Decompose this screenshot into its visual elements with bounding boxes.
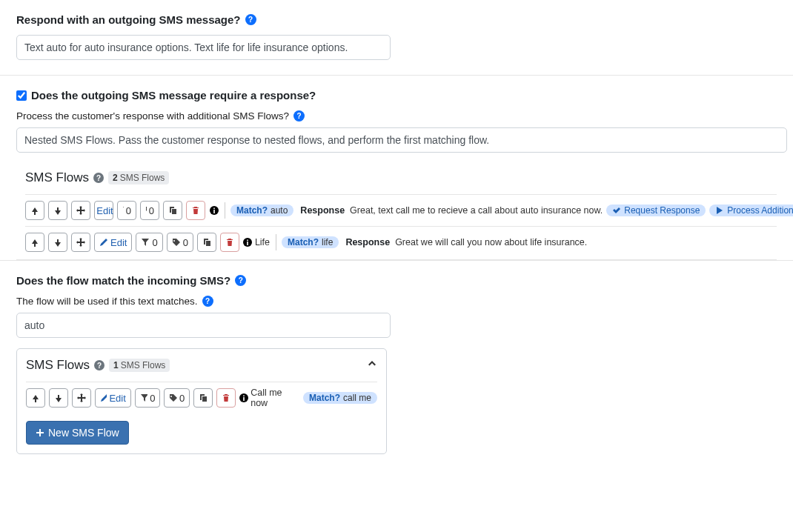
require-response-checkbox[interactable]: [16, 90, 27, 101]
flow-info: [209, 202, 225, 219]
collapse-button[interactable]: [367, 358, 377, 368]
flow-info-label: Life: [255, 237, 270, 247]
flows-count-badge: 1 SMS Flows: [109, 359, 170, 372]
edit-label: Edit: [109, 393, 125, 404]
tag-count: 0: [149, 205, 154, 216]
tag-count: 0: [179, 393, 185, 404]
move-up-button[interactable]: [25, 233, 44, 252]
tag-count: 0: [183, 237, 188, 248]
delete-button[interactable]: [186, 201, 205, 220]
process-subtext-text: Process the customer's response with add…: [16, 110, 289, 122]
require-response-heading-text: Does the outgoing SMS message require a …: [31, 89, 316, 102]
move-button[interactable]: [72, 388, 91, 408]
filter-count: 0: [126, 205, 131, 216]
delete-button[interactable]: [220, 233, 239, 252]
move-button[interactable]: [71, 201, 90, 220]
process-additional-label: Process Additional SMS Flows: [727, 205, 793, 216]
nested-desc-input[interactable]: [16, 127, 787, 153]
process-subtext: Process the customer's response with add…: [16, 110, 777, 122]
move-up-button[interactable]: [25, 201, 44, 220]
flows-count: 1: [113, 360, 119, 370]
move-button[interactable]: [71, 233, 90, 252]
info-icon: [239, 393, 248, 403]
request-response-label: Request Response: [624, 205, 700, 216]
edit-button[interactable]: Edit: [94, 233, 132, 252]
flows-title: SMS Flows: [26, 358, 90, 373]
move-up-button[interactable]: [26, 388, 45, 408]
copy-button[interactable]: [163, 201, 182, 220]
match-section: Does the flow match the incoming SMS? ? …: [0, 261, 793, 469]
flows-count-badge: 2 SMS Flows: [108, 171, 169, 184]
edit-button[interactable]: Edit: [94, 201, 113, 220]
respond-heading: Respond with an outgoing SMS message? ?: [16, 13, 777, 26]
require-response-section: Does the outgoing SMS message require a …: [0, 76, 793, 261]
filter-count: 0: [150, 393, 155, 404]
edit-button[interactable]: Edit: [95, 388, 131, 408]
move-down-button[interactable]: [48, 201, 67, 220]
match-value: life: [322, 237, 333, 247]
help-icon[interactable]: [94, 360, 104, 370]
filter-button[interactable]: 0: [135, 388, 161, 408]
match-subtext: The flow will be used if this text match…: [16, 296, 777, 307]
flows-count-label: SMS Flows: [121, 360, 166, 370]
require-response-heading: Does the outgoing SMS message require a …: [16, 89, 777, 102]
flow-row: Edit 0 0 Call me now Match?call me: [26, 382, 377, 413]
help-icon[interactable]: ?: [235, 275, 246, 286]
new-sms-flow-label: New SMS Flow: [48, 427, 119, 439]
respond-input[interactable]: [16, 35, 391, 60]
match-pill: Match?call me: [303, 392, 377, 404]
match-prefix: Match?: [309, 393, 340, 403]
request-response-pill: Request Response: [606, 205, 706, 216]
response-text: Great, text call me to recieve a call ab…: [350, 205, 603, 216]
filter-count: 0: [152, 237, 157, 248]
flows-panel-bottom: SMS Flows 1 SMS Flows Edit 0 0 Call me n…: [16, 348, 387, 454]
new-sms-flow-button[interactable]: New SMS Flow: [26, 421, 129, 445]
flows-header: SMS Flows 2 SMS Flows: [25, 170, 777, 185]
respond-section: Respond with an outgoing SMS message? ?: [0, 0, 793, 76]
match-heading-text: Does the flow match the incoming SMS?: [16, 274, 230, 287]
match-prefix: Match?: [288, 237, 319, 247]
edit-label: Edit: [110, 237, 127, 248]
flows-count: 2: [113, 173, 118, 183]
help-icon[interactable]: ?: [293, 110, 305, 122]
flow-info: Life: [243, 234, 276, 250]
tag-button[interactable]: 0: [167, 233, 193, 252]
process-additional-pill: Process Additional SMS Flows: [709, 205, 793, 216]
response-text: Great we will call you now about life in…: [395, 237, 587, 247]
filter-button[interactable]: 0: [136, 233, 162, 252]
match-heading: Does the flow match the incoming SMS? ?: [16, 274, 777, 287]
flow-row: Edit 0 0 Life Match?life Response Great …: [25, 226, 777, 258]
response-label: Response: [345, 237, 390, 247]
flows-header: SMS Flows 1 SMS Flows: [26, 358, 377, 373]
respond-heading-text: Respond with an outgoing SMS message?: [16, 13, 241, 26]
flow-info: Call me now: [239, 390, 298, 406]
tag-button[interactable]: 0: [140, 201, 159, 220]
match-pill: Match?life: [282, 236, 339, 248]
copy-button[interactable]: [197, 233, 216, 252]
match-subtext-text: The flow will be used if this text match…: [16, 296, 198, 307]
match-prefix: Match?: [236, 205, 268, 216]
flow-row: Edit 0 0 Match?auto Response Great, text…: [25, 194, 777, 226]
help-icon[interactable]: [93, 173, 104, 183]
info-icon: [209, 206, 219, 216]
response-label: Response: [300, 205, 345, 216]
copy-button[interactable]: [193, 388, 213, 408]
match-input[interactable]: [16, 313, 391, 338]
flows-title: SMS Flows: [25, 170, 89, 185]
flows-count-label: SMS Flows: [120, 173, 165, 183]
match-value: call me: [343, 393, 371, 403]
help-icon[interactable]: ?: [245, 14, 256, 25]
move-down-button[interactable]: [48, 233, 67, 252]
edit-label: Edit: [96, 205, 113, 216]
move-down-button[interactable]: [49, 388, 68, 408]
tag-button[interactable]: 0: [164, 388, 190, 408]
delete-button[interactable]: [216, 388, 236, 408]
flows-panel-top: SMS Flows 2 SMS Flows Edit 0 0 Match?aut…: [16, 162, 777, 260]
help-icon[interactable]: ?: [202, 296, 213, 307]
flow-info-label: Call me now: [250, 388, 298, 408]
info-icon: [243, 238, 253, 247]
match-pill: Match?auto: [230, 205, 293, 216]
filter-button[interactable]: 0: [117, 201, 136, 220]
match-value: auto: [271, 205, 288, 216]
